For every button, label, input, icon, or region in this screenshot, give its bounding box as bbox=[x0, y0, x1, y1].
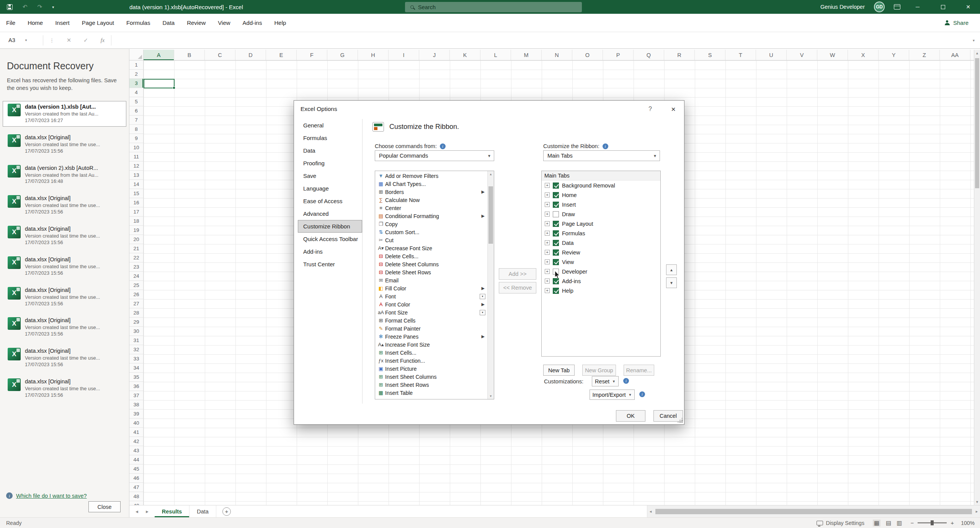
tab-tree-row[interactable]: Home bbox=[542, 190, 660, 200]
tab-checkbox[interactable] bbox=[553, 259, 559, 265]
ribbon-tab[interactable]: File bbox=[0, 14, 21, 32]
expand-icon[interactable] bbox=[545, 279, 550, 284]
command-item[interactable]: A Font Color ▶ ▼ bbox=[375, 300, 494, 308]
command-item[interactable]: ⊞ Format Cells ▶ ▼ bbox=[375, 316, 494, 324]
column-header[interactable]: O bbox=[572, 50, 603, 60]
selected-cell[interactable] bbox=[144, 79, 175, 88]
row-header[interactable]: 35 bbox=[129, 373, 143, 382]
command-item[interactable]: ⊞ Insert Sheet Rows ▶ ▼ bbox=[375, 381, 494, 389]
formula-bar-dots-icon[interactable]: ⋮ bbox=[43, 37, 60, 43]
zoom-slider-thumb[interactable] bbox=[931, 520, 934, 525]
formula-input[interactable] bbox=[111, 32, 973, 48]
tab-tree-row[interactable]: Review bbox=[542, 248, 660, 257]
command-item[interactable]: ⊟ Delete Cells... ▶ ▼ bbox=[375, 252, 494, 260]
avatar[interactable]: GD bbox=[874, 2, 885, 12]
row-header[interactable]: 21 bbox=[129, 244, 143, 253]
row-header[interactable]: 19 bbox=[129, 226, 143, 235]
column-header[interactable]: M bbox=[511, 50, 542, 60]
tab-tree-row[interactable]: Developer bbox=[542, 267, 660, 276]
column-header[interactable]: E bbox=[266, 50, 297, 60]
command-item[interactable]: ▼ Add or Remove Filters ▶ ▼ bbox=[375, 172, 494, 180]
ribbon-tab[interactable]: Home bbox=[21, 14, 49, 32]
column-header[interactable]: Q bbox=[634, 50, 664, 60]
ribbon-tab[interactable]: Add-ins bbox=[237, 14, 268, 32]
command-item[interactable]: ❐ Copy ▶ ▼ bbox=[375, 220, 494, 228]
command-item[interactable]: ▦ Macros ▶ ▼ bbox=[375, 397, 494, 399]
row-header[interactable]: 14 bbox=[129, 180, 143, 189]
command-item[interactable]: ⊞ Borders ▶ ▼ bbox=[375, 188, 494, 196]
zoom-in-icon[interactable]: + bbox=[951, 520, 954, 526]
save-icon[interactable] bbox=[7, 4, 13, 10]
expand-icon[interactable] bbox=[545, 288, 550, 293]
row-header[interactable]: 46 bbox=[129, 474, 143, 483]
command-item[interactable]: ✻ Freeze Panes ▶ ▼ bbox=[375, 332, 494, 341]
row-header[interactable]: 15 bbox=[129, 189, 143, 198]
new-group-button[interactable]: New Group bbox=[582, 365, 616, 376]
fill-handle[interactable] bbox=[173, 86, 175, 89]
command-item[interactable]: ⊟ Delete Sheet Columns ▶ ▼ bbox=[375, 260, 494, 268]
recovered-file-item[interactable]: X data.xlsx [Original] Version created l… bbox=[3, 223, 126, 249]
share-button[interactable]: Share bbox=[945, 20, 980, 26]
row-header[interactable]: 16 bbox=[129, 198, 143, 207]
reset-button[interactable]: Reset ▼ bbox=[592, 376, 619, 386]
recovered-file-item[interactable]: X data.xlsx [Original] Version created l… bbox=[3, 254, 126, 279]
select-all-corner[interactable] bbox=[129, 50, 144, 60]
move-up-button[interactable]: ▲ bbox=[666, 264, 677, 275]
ribbon-tab[interactable]: Page Layout bbox=[76, 14, 120, 32]
maximize-button[interactable] bbox=[935, 0, 951, 14]
row-header[interactable]: 1 bbox=[129, 60, 143, 70]
row-header[interactable]: 42 bbox=[129, 437, 143, 446]
close-panel-button[interactable]: Close bbox=[88, 501, 121, 512]
remove-button[interactable]: << Remove bbox=[499, 282, 536, 293]
column-header[interactable]: A bbox=[144, 50, 174, 60]
column-header[interactable]: Z bbox=[909, 50, 940, 60]
command-item[interactable]: A▾ Decrease Font Size ▶ ▼ bbox=[375, 244, 494, 252]
dialog-nav-item[interactable]: General bbox=[298, 119, 362, 132]
tab-tree-row[interactable]: Help bbox=[542, 286, 660, 295]
command-item[interactable]: ⊞ Insert Sheet Columns ▶ ▼ bbox=[375, 373, 494, 381]
name-box[interactable]: A3 ▾ bbox=[0, 37, 43, 43]
tab-tree-row[interactable]: Insert bbox=[542, 200, 660, 209]
row-header[interactable]: 44 bbox=[129, 455, 143, 464]
row-header[interactable]: 38 bbox=[129, 400, 143, 409]
page-break-view-icon[interactable]: ▥ bbox=[897, 520, 902, 526]
display-settings-button[interactable]: Display Settings bbox=[817, 520, 864, 526]
row-header[interactable]: 3 bbox=[129, 79, 143, 88]
ribbon-tab[interactable]: View bbox=[212, 14, 236, 32]
expand-icon[interactable] bbox=[545, 221, 550, 226]
row-header[interactable]: 40 bbox=[129, 419, 143, 428]
command-item[interactable]: ∑ Calculate Now ▶ ▼ bbox=[375, 196, 494, 204]
dialog-nav-item[interactable]: Proofing bbox=[298, 157, 362, 169]
confirm-entry-icon[interactable]: ✓ bbox=[77, 37, 94, 43]
column-header[interactable]: F bbox=[297, 50, 327, 60]
new-sheet-icon[interactable]: + bbox=[222, 507, 231, 516]
row-header[interactable]: 6 bbox=[129, 106, 143, 116]
command-item[interactable]: A Font ▶ ▼ bbox=[375, 292, 494, 300]
row-header[interactable]: 28 bbox=[129, 308, 143, 318]
column-header[interactable]: X bbox=[848, 50, 879, 60]
vertical-scroll-thumb[interactable] bbox=[975, 58, 979, 188]
undo-icon[interactable]: ↶ bbox=[23, 3, 28, 10]
ribbon-tab[interactable]: Data bbox=[156, 14, 181, 32]
recovered-file-item[interactable]: X data.xlsx [Original] Version created l… bbox=[3, 192, 126, 218]
which-file-help-link[interactable]: Which file do I want to save? bbox=[16, 493, 87, 499]
row-header[interactable]: 24 bbox=[129, 272, 143, 281]
redo-icon[interactable]: ↷ bbox=[38, 3, 42, 10]
prev-sheet-icon[interactable]: ◄ bbox=[135, 509, 139, 514]
customize-ribbon-dropdown[interactable]: Main Tabs ▼ bbox=[543, 150, 660, 161]
new-tab-button[interactable]: New Tab bbox=[543, 365, 575, 376]
add-button[interactable]: Add >> bbox=[499, 268, 536, 280]
row-header[interactable]: 49 bbox=[129, 501, 143, 505]
expand-icon[interactable] bbox=[545, 183, 550, 188]
command-item[interactable]: ✎ Format Painter ▶ ▼ bbox=[375, 324, 494, 332]
tab-tree-row[interactable]: Formulas bbox=[542, 228, 660, 238]
cancel-entry-icon[interactable]: ✕ bbox=[60, 37, 77, 43]
dialog-nav-item[interactable]: Language bbox=[298, 182, 362, 195]
minimize-button[interactable]: ─ bbox=[910, 0, 926, 14]
row-header[interactable]: 2 bbox=[129, 70, 143, 79]
row-header[interactable]: 13 bbox=[129, 171, 143, 180]
recovered-file-item[interactable]: X data.xlsx [Original] Version created l… bbox=[3, 345, 126, 371]
expand-icon[interactable] bbox=[545, 202, 550, 207]
column-header[interactable]: B bbox=[174, 50, 205, 60]
tab-checkbox[interactable] bbox=[553, 221, 559, 227]
